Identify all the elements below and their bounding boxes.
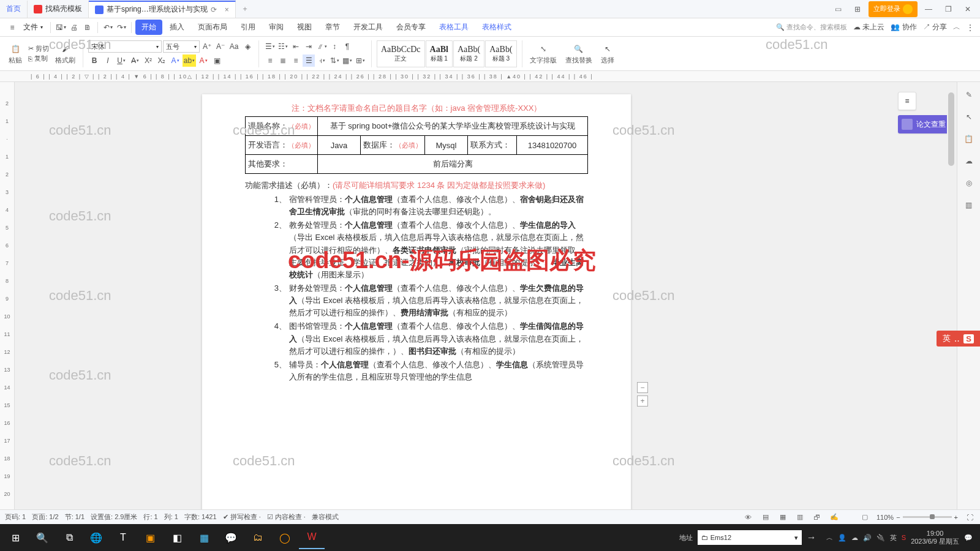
style-h3[interactable]: AaBb(标题 3 [485,40,516,67]
address-input[interactable]: 🗀 Ems12▾ [698,530,802,545]
search-icon[interactable]: 🔍 [29,526,55,549]
app-t-icon[interactable]: T [110,526,136,549]
status-page[interactable]: 页码: 1 [5,512,26,522]
text-layout-button[interactable]: ⤡文字排版 [527,39,559,69]
go-icon[interactable]: → [803,526,820,549]
more-icon[interactable]: ⋮ [967,23,974,32]
chevron-up-icon[interactable]: ︿ [826,533,833,542]
superscript-icon[interactable]: X² [142,54,154,67]
subscript-icon[interactable]: X₂ [156,54,168,67]
format-brush-button[interactable]: 🖌格式刷 [53,39,78,69]
sort-icon[interactable]: ↕ [328,40,341,53]
tray-icon[interactable]: 🔊 [863,534,872,542]
align-center-icon[interactable]: ≣ [277,54,289,67]
italic-icon[interactable]: I [102,54,114,67]
taskview-icon[interactable]: ⧉ [56,526,82,549]
font-size-select[interactable]: 五号▾ [163,40,200,53]
calendar-icon[interactable]: ▦ [191,526,217,549]
toc-icon[interactable]: ≡ [898,92,916,110]
tab-section[interactable]: 章节 [319,20,346,35]
zoom-value[interactable]: 110% [876,514,894,521]
spacing-icon[interactable]: ⫽ [315,40,328,53]
tab-insert[interactable]: 插入 [164,20,190,35]
close-button[interactable]: ✕ [959,1,976,17]
status-content[interactable]: ☑ 内容检查 · [267,512,306,522]
view2-icon[interactable]: ▦ [777,512,788,523]
clipboard-icon[interactable]: 📋 [962,132,976,146]
clock[interactable]: 19:002023/6/9 星期五 [911,530,959,545]
cloud-icon[interactable]: ☁ [962,154,976,168]
wechat-icon[interactable]: 💬 [218,526,244,549]
sublime-icon[interactable]: ▣ [137,526,163,549]
tab-review[interactable]: 审阅 [263,20,290,35]
tab-template[interactable]: 找稿壳模板 [28,1,89,18]
tab-reference[interactable]: 引用 [235,20,262,35]
tray-icon[interactable]: ☁ [851,534,858,542]
refresh-icon[interactable]: ⟳ [211,6,217,14]
tray-ime-icon[interactable]: 英 [890,533,897,542]
share-button[interactable]: ↗ 分享 [923,22,947,32]
status-words[interactable]: 字数: 1421 [184,512,217,522]
shrink-font-icon[interactable]: A⁻ [214,40,227,53]
tab-view[interactable]: 视图 [291,20,318,35]
tab-add[interactable]: ＋ [236,1,254,18]
minus-button[interactable]: − [637,382,648,393]
explorer-icon[interactable]: 🗂 [245,526,271,549]
zoom-slider[interactable] [903,516,952,518]
tab-vip[interactable]: 会员专享 [390,20,432,35]
start-button[interactable]: ⊞ [2,526,28,549]
indent-inc-icon[interactable]: ⇥ [303,40,315,53]
cloud-button[interactable]: ☁ 未上云 [853,22,884,32]
idea-icon[interactable]: ◧ [164,526,190,549]
clear-format-icon[interactable]: ◈ [241,40,254,53]
v-scrollbar[interactable] [947,83,956,508]
style-normal[interactable]: AaBbCcDc正文 [377,40,425,67]
preview-icon[interactable]: 🗎 [81,21,94,34]
strike-icon[interactable]: A̶ [129,54,141,67]
wps-icon[interactable]: W [299,526,325,549]
system-tray[interactable]: ︿ 👤 ☁ 🔊 🔌 英 S 19:002023/6/9 星期五 💬 [821,530,978,545]
select-arrow-icon[interactable]: ↖ [962,110,976,124]
browser2-icon[interactable]: ◯ [272,526,298,549]
align-right-icon[interactable]: ≡ [290,54,302,67]
undo-icon[interactable]: ↶ [102,21,114,34]
fit-icon[interactable]: ⛶ [964,512,975,523]
save-icon[interactable]: 🖫 [55,21,67,34]
coop-button[interactable]: 👥 协作 [891,22,916,32]
tab-table-style[interactable]: 表格样式 [476,20,518,35]
underline-icon[interactable]: U [115,54,127,67]
view3-icon[interactable]: ▥ [794,512,805,523]
select-button[interactable]: ↖选择 [598,39,617,69]
highlight-icon[interactable]: ab [183,54,196,67]
copy-button[interactable]: ⎘ 复制 [28,54,49,63]
file-menu[interactable]: 文件▾ [20,20,47,34]
font-name-select[interactable]: 宋体▾ [88,40,162,53]
tab-table-tools[interactable]: 表格工具 [433,20,475,35]
border-icon[interactable]: ▣ [211,54,223,67]
style-h1[interactable]: AaBl标题 1 [426,40,453,67]
tab-dev[interactable]: 开发工具 [347,20,389,35]
grid-icon[interactable]: ▭ [829,1,846,17]
grow-font-icon[interactable]: A⁺ [201,40,213,53]
thesis-check-button[interactable]: 论文查重 [898,115,949,133]
plus-button[interactable]: + [637,395,648,407]
cut-button[interactable]: ✂ 剪切 [28,44,49,53]
tray-icon[interactable]: 🔌 [876,534,885,542]
borders-icon[interactable]: ⊞ [354,54,366,67]
show-marks-icon[interactable]: ¶ [341,40,353,53]
close-icon[interactable]: × [225,6,229,14]
minimize-button[interactable]: — [920,1,937,17]
line-spacing-icon[interactable]: ⇅ [328,54,341,67]
bold-icon[interactable]: B [88,54,100,67]
zoom-in-icon[interactable]: + [954,514,958,521]
tab-start[interactable]: 开始 [135,20,162,35]
number-icon[interactable]: ☷ [277,40,289,53]
scroll-thumb[interactable] [948,92,954,166]
print-icon[interactable]: 🖨 [68,21,80,34]
zoom-mode-icon[interactable]: ▢ [859,512,870,523]
font-color-icon[interactable]: A [197,54,209,67]
tab-layout[interactable]: 页面布局 [192,20,233,35]
notifications-icon[interactable]: 💬 [964,534,973,542]
menu-icon[interactable]: ≡ [6,21,18,34]
bullet-icon[interactable]: ☰ [264,40,276,53]
